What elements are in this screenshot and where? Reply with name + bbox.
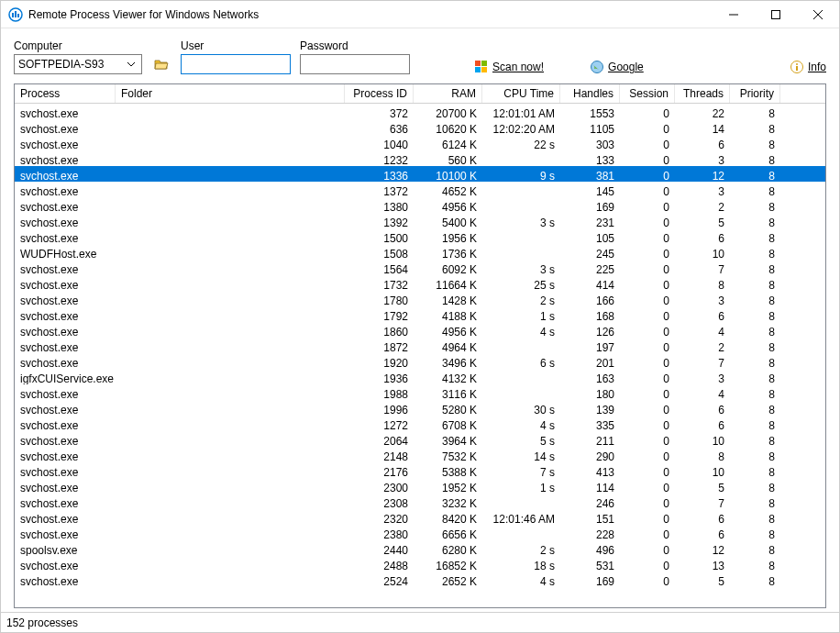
cell-ram: 1428 K (414, 291, 482, 306)
table-row[interactable]: svchost.exe19203496 K6 s201078 (15, 353, 825, 369)
col-handles[interactable]: Handles (560, 84, 620, 103)
cell-pid: 2488 (345, 556, 414, 572)
table-row[interactable]: svchost.exe17924188 K1 s168068 (15, 306, 825, 322)
minimize-button[interactable] (713, 1, 755, 28)
cell-handles: 381 (560, 166, 620, 182)
table-row[interactable]: svchost.exe1232560 K133038 (15, 150, 825, 166)
cell-folder (116, 509, 345, 525)
cell-process: svchost.exe (15, 119, 116, 135)
cell-threads: 14 (675, 119, 730, 135)
table-row[interactable]: svchost.exe15001956 K105068 (15, 228, 825, 244)
cell-ram: 6656 K (414, 525, 482, 540)
table-row[interactable]: svchost.exe17801428 K2 s166038 (15, 291, 825, 306)
cell-priority: 8 (730, 447, 780, 462)
computer-combo[interactable]: SOFTPEDIA-S93 (14, 54, 142, 74)
table-row[interactable]: svchost.exe23083232 K246078 (15, 494, 825, 509)
table-row[interactable]: svchost.exe13925400 K3 s231058 (15, 213, 825, 228)
table-row[interactable]: WUDFHost.exe15081736 K2450108 (15, 244, 825, 260)
table-row[interactable]: svchost.exe25242652 K4 s169058 (15, 572, 825, 587)
table-row[interactable]: svchost.exe63610620 K12:02:20 AM11050148 (15, 119, 825, 135)
cell-priority: 8 (730, 556, 780, 572)
cell-folder (116, 431, 345, 447)
scan-button[interactable]: Scan now! (474, 60, 544, 74)
cell-folder (116, 556, 345, 572)
cell-priority: 8 (730, 494, 780, 509)
cell-process: svchost.exe (15, 400, 116, 416)
cell-ram: 1736 K (414, 244, 482, 260)
table-row[interactable]: svchost.exe18604956 K4 s126048 (15, 322, 825, 338)
cell-priority: 8 (730, 182, 780, 197)
table-row[interactable]: svchost.exe18724964 K197028 (15, 338, 825, 353)
table-row[interactable]: svchost.exe10406124 K22 s303068 (15, 135, 825, 150)
cell-pid: 1372 (345, 182, 414, 197)
cell-threads: 6 (675, 400, 730, 416)
cell-cpu: 3 s (482, 260, 560, 275)
cell-threads: 10 (675, 244, 730, 260)
table-row[interactable]: spoolsv.exe24406280 K2 s4960128 (15, 540, 825, 556)
col-pid[interactable]: Process ID (345, 84, 414, 103)
table-row[interactable]: svchost.exe19883116 K180048 (15, 384, 825, 400)
cell-cpu: 4 s (482, 416, 560, 431)
cell-session: 0 (620, 384, 675, 400)
password-input[interactable] (300, 54, 410, 74)
cell-session: 0 (620, 462, 675, 478)
cell-session: 0 (620, 228, 675, 244)
table-body[interactable]: svchost.exe37220700 K12:01:01 AM15530228… (15, 104, 825, 607)
cell-session: 0 (620, 338, 675, 353)
col-session[interactable]: Session (620, 84, 675, 103)
col-priority[interactable]: Priority (730, 84, 780, 103)
cell-session: 0 (620, 572, 675, 587)
table-row[interactable]: svchost.exe20643964 K5 s2110108 (15, 431, 825, 447)
table-row[interactable]: svchost.exe23208420 K12:01:46 AM151068 (15, 509, 825, 525)
user-input[interactable] (181, 54, 291, 74)
cell-folder (116, 119, 345, 135)
table-row[interactable]: svchost.exe19965280 K30 s139068 (15, 400, 825, 416)
table-row[interactable]: igfxCUIService.exe19364132 K163038 (15, 369, 825, 384)
table-row[interactable]: svchost.exe21765388 K7 s4130108 (15, 462, 825, 478)
col-process[interactable]: Process (15, 84, 116, 103)
cell-handles: 163 (560, 369, 620, 384)
cell-ram: 3496 K (414, 353, 482, 369)
table-row[interactable]: svchost.exe15646092 K3 s225078 (15, 260, 825, 275)
cell-folder (116, 525, 345, 540)
table-row[interactable]: svchost.exe21487532 K14 s290088 (15, 447, 825, 462)
cell-cpu: 9 s (482, 166, 560, 182)
cell-priority: 8 (730, 197, 780, 213)
cell-session: 0 (620, 213, 675, 228)
maximize-button[interactable] (755, 1, 797, 28)
cell-process: svchost.exe (15, 182, 116, 197)
close-button[interactable] (797, 1, 839, 28)
table-row[interactable]: svchost.exe248816852 K18 s5310138 (15, 556, 825, 572)
col-threads[interactable]: Threads (675, 84, 730, 103)
info-button[interactable]: Info (790, 60, 826, 74)
table-row[interactable]: svchost.exe13724652 K145038 (15, 182, 825, 197)
cell-threads: 3 (675, 182, 730, 197)
cell-priority: 8 (730, 509, 780, 525)
table-row[interactable]: svchost.exe23806656 K228068 (15, 525, 825, 540)
google-button[interactable]: Google (590, 60, 644, 74)
table-row[interactable]: svchost.exe37220700 K12:01:01 AM15530228 (15, 104, 825, 119)
table-row[interactable]: svchost.exe13804956 K169028 (15, 197, 825, 213)
cell-threads: 8 (675, 275, 730, 291)
windows-flag-icon (474, 60, 489, 74)
cell-handles: 151 (560, 509, 620, 525)
col-folder[interactable]: Folder (116, 84, 345, 103)
col-ram[interactable]: RAM (414, 84, 482, 103)
cell-session: 0 (620, 197, 675, 213)
table-row[interactable]: svchost.exe173211664 K25 s414088 (15, 275, 825, 291)
cell-threads: 6 (675, 228, 730, 244)
table-row[interactable]: svchost.exe133610100 K9 s3810128 (15, 166, 825, 182)
cell-ram: 8420 K (414, 509, 482, 525)
cell-ram: 11664 K (414, 275, 482, 291)
cell-handles: 145 (560, 182, 620, 197)
cell-cpu: 1 s (482, 478, 560, 494)
cell-ram: 3964 K (414, 431, 482, 447)
cell-handles: 496 (560, 540, 620, 556)
globe-icon (590, 60, 604, 74)
table-row[interactable]: svchost.exe23001952 K1 s114058 (15, 478, 825, 494)
cell-folder (116, 306, 345, 322)
table-row[interactable]: svchost.exe12726708 K4 s335068 (15, 416, 825, 431)
col-cpu[interactable]: CPU Time (482, 84, 560, 103)
browse-button[interactable] (151, 54, 171, 74)
cell-folder (116, 416, 345, 431)
